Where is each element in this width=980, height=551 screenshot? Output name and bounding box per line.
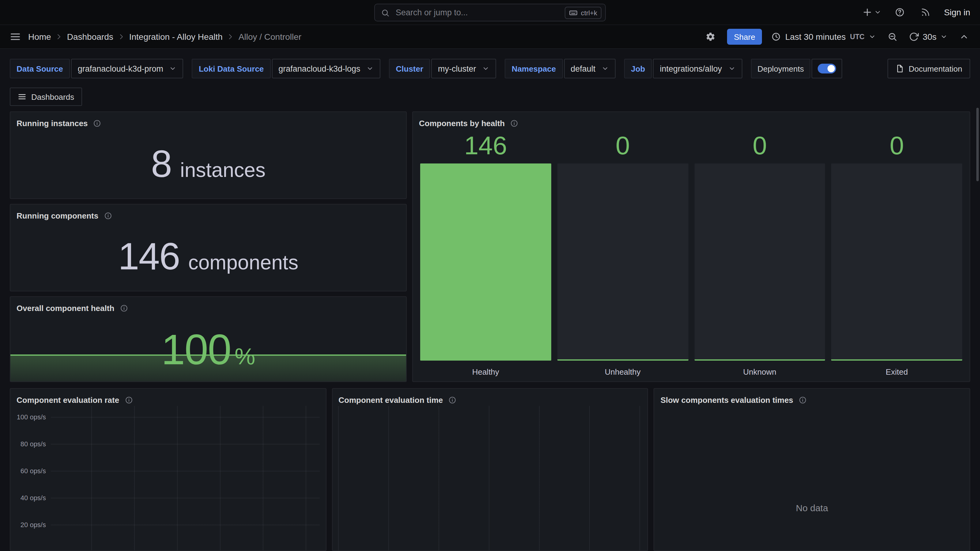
add-menu-button[interactable] [862, 7, 881, 18]
grafana-logo[interactable] [10, 5, 23, 19]
info-icon[interactable] [94, 119, 101, 127]
bar-value: 0 [832, 130, 963, 162]
chevron-right-icon [56, 33, 63, 40]
variable-value-dropdown[interactable]: default [564, 59, 616, 78]
y-axis-tick: 80 ops/s [10, 440, 46, 448]
stat-value: 100 [161, 328, 231, 371]
bar-label: Healthy [420, 360, 551, 376]
news-button[interactable] [918, 5, 933, 20]
bar-unknown: 0 Unknown [694, 130, 825, 376]
breadcrumb-dashboard-name[interactable]: Integration - Alloy Health [129, 32, 223, 41]
bar-unhealthy: 0 Unhealthy [557, 130, 689, 376]
variable-label: Data Source [10, 59, 70, 78]
variable-value-dropdown[interactable]: grafanacloud-k3d-prom [71, 59, 183, 78]
chevron-down-icon [482, 65, 490, 72]
variable-label: Namespace [505, 59, 563, 78]
dashboards-row: Dashboards [10, 87, 970, 106]
panel-title[interactable]: Running components [16, 211, 98, 220]
info-icon[interactable] [510, 119, 518, 127]
variable-value: integrations/alloy [660, 64, 722, 73]
breadcrumb: Home Dashboards Integration - Alloy Heal… [28, 32, 301, 41]
zoom-out-icon [888, 32, 897, 41]
panel-title[interactable]: Component evaluation time [339, 395, 443, 404]
top-nav-actions: Sign in [862, 5, 970, 20]
chevron-up-icon [959, 32, 969, 41]
info-icon[interactable] [449, 396, 456, 404]
time-range-picker[interactable]: Last 30 minutes UTC [771, 32, 876, 41]
dashboard-toolbar: Home Dashboards Integration - Alloy Heal… [0, 25, 980, 49]
stat-running-components: 146 components [118, 237, 298, 275]
bar-fill [832, 164, 963, 360]
dashboards-list-button[interactable]: Dashboards [10, 87, 82, 106]
info-icon[interactable] [799, 396, 807, 404]
stat-unit: components [188, 251, 299, 274]
variable-value-dropdown[interactable]: my-cluster [431, 59, 496, 78]
deployments-label: Deployments [751, 59, 811, 78]
panel-title[interactable]: Overall component health [16, 303, 114, 313]
info-icon[interactable] [125, 396, 133, 404]
chevron-right-icon [118, 33, 125, 40]
variable-value: grafanacloud-k3d-logs [278, 64, 360, 73]
mega-menu-button[interactable] [7, 29, 23, 45]
documentation-label: Documentation [908, 64, 962, 73]
stat-value: 8 [151, 145, 172, 183]
documentation-button[interactable]: Documentation [887, 59, 970, 78]
refresh-interval-label: 30s [923, 32, 937, 41]
zoom-out-time-button[interactable] [885, 29, 900, 44]
bar-value: 0 [557, 130, 689, 162]
refresh-picker[interactable]: 30s [909, 32, 948, 41]
dashboard-scrollbar[interactable] [976, 108, 979, 181]
bar-gauge-chart: 146 Healthy 0 Unhealthy 0 Unknown [413, 129, 970, 381]
variable-value-dropdown[interactable]: grafanacloud-k3d-logs [272, 59, 380, 78]
sign-in-link[interactable]: Sign in [944, 7, 970, 17]
help-button[interactable] [892, 5, 907, 20]
variables-row: Data Source grafanacloud-k3d-prom Loki D… [10, 59, 970, 78]
search-input[interactable] [395, 7, 560, 18]
share-button[interactable]: Share [727, 29, 762, 45]
stat-panels-column: Running instances 8 instances Running co… [10, 111, 407, 382]
panel-component-evaluation-rate: Component evaluation rate 100 ops/s 80 o… [10, 388, 326, 551]
chevron-down-icon [728, 65, 735, 72]
panel-component-evaluation-time: Component evaluation time [332, 388, 648, 551]
menu-icon [10, 31, 21, 42]
panel-title[interactable]: Running instances [16, 119, 88, 128]
y-axis-tick: 60 ops/s [10, 467, 46, 475]
stat-unit: % [235, 343, 255, 370]
breadcrumb-current-page: Alloy / Controller [239, 32, 301, 41]
chevron-down-icon [367, 65, 374, 72]
breadcrumb-home[interactable]: Home [28, 32, 51, 41]
panel-running-components: Running components 146 components [10, 204, 407, 291]
settings-icon [706, 32, 715, 41]
variable-loki-data-source: Loki Data Source grafanacloud-k3d-logs [192, 59, 381, 78]
info-icon[interactable] [120, 304, 128, 312]
grafana-flame-icon [10, 5, 23, 19]
chevron-down-icon [940, 33, 948, 40]
panel-title[interactable]: Component evaluation rate [16, 395, 119, 404]
variable-namespace: Namespace default [505, 59, 616, 78]
search-bar[interactable]: ctrl+k [374, 4, 606, 21]
panel-grid-top: Running instances 8 instances Running co… [10, 111, 970, 382]
breadcrumb-dashboards[interactable]: Dashboards [67, 32, 113, 41]
collapse-toolbar-button[interactable] [957, 29, 971, 44]
chart-plot-area [51, 406, 320, 550]
bar-fill [420, 164, 551, 360]
variable-data-source: Data Source grafanacloud-k3d-prom [10, 59, 183, 78]
variable-value-dropdown[interactable]: integrations/alloy [653, 59, 742, 78]
chart-plot-area [337, 406, 641, 550]
news-icon [921, 7, 931, 17]
bar-label: Exited [832, 360, 963, 376]
panel-title[interactable]: Components by health [419, 119, 505, 128]
timezone-label: UTC [850, 33, 865, 40]
toolbar-actions: Share Last 30 minutes UTC 30s [703, 29, 971, 45]
clock-icon [771, 32, 781, 41]
no-data-message: No data [796, 503, 828, 513]
panel-slow-components-evaluation-times: Slow components evaluation times No data [654, 388, 970, 551]
deployments-toggle[interactable] [812, 59, 843, 78]
dashboard-settings-button[interactable] [703, 29, 718, 44]
keyboard-icon [569, 8, 578, 17]
y-axis-tick: 40 ops/s [10, 494, 46, 502]
timeseries-chart: 100 ops/s 80 ops/s 60 ops/s 40 ops/s 20 … [10, 406, 326, 550]
panel-title[interactable]: Slow components evaluation times [660, 395, 793, 404]
bar-label: Unknown [694, 360, 825, 376]
info-icon[interactable] [104, 211, 112, 219]
